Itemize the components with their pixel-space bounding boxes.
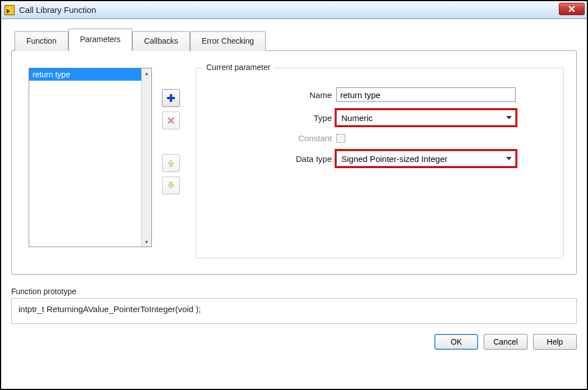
datatype-label: Data type	[207, 154, 336, 164]
chevron-down-icon	[506, 157, 512, 160]
param-button-column	[162, 89, 180, 194]
svg-rect-1	[167, 97, 175, 99]
type-value: Numeric	[341, 113, 373, 123]
datatype-value: Signed Pointer-sized Integer	[341, 154, 447, 164]
add-param-button[interactable]	[162, 89, 180, 107]
help-button[interactable]: Help	[533, 334, 577, 350]
ok-button[interactable]: OK	[434, 334, 478, 350]
constant-label: Constant	[207, 133, 336, 143]
name-field[interactable]	[336, 87, 516, 102]
close-button[interactable]	[559, 3, 585, 15]
move-up-button[interactable]	[162, 154, 180, 172]
constant-checkbox	[336, 134, 345, 143]
type-label: Type	[207, 113, 336, 123]
tab-callbacks[interactable]: Callbacks	[132, 31, 190, 51]
name-label: Name	[207, 90, 336, 100]
group-legend: Current parameter	[203, 63, 274, 72]
tab-error-checking[interactable]: Error Checking	[190, 31, 266, 51]
tab-parameters[interactable]: Parameters	[68, 29, 132, 51]
app-icon	[4, 5, 15, 15]
current-parameter-group: Current parameter Name Type Numeric	[196, 68, 564, 258]
plus-icon	[166, 94, 175, 103]
tab-panel-parameters: return type ▴ ▾	[11, 50, 577, 275]
list-item[interactable]: return type	[29, 68, 141, 81]
function-prototype-group: Function prototype intptr_t ReturningAVa…	[11, 287, 577, 324]
delete-x-icon	[167, 117, 175, 124]
remove-param-button[interactable]	[162, 112, 180, 129]
close-icon	[568, 6, 575, 12]
dialog-button-row: OK Cancel Help	[11, 334, 577, 350]
arrow-down-icon	[167, 182, 175, 189]
parameter-listbox[interactable]: return type ▴ ▾	[29, 68, 152, 247]
type-combobox[interactable]: Numeric	[336, 110, 516, 126]
chevron-down-icon	[506, 116, 512, 119]
prototype-label: Function prototype	[11, 287, 577, 296]
datatype-combobox[interactable]: Signed Pointer-sized Integer	[336, 151, 516, 166]
tab-function[interactable]: Function	[15, 31, 68, 51]
title-bar: Call Library Function	[1, 1, 587, 19]
window-title: Call Library Function	[19, 5, 96, 15]
scroll-down-icon[interactable]: ▾	[145, 237, 148, 247]
client-area: Function Parameters Callbacks Error Chec…	[1, 19, 587, 357]
arrow-up-icon	[167, 159, 175, 167]
scroll-up-icon[interactable]: ▴	[145, 68, 148, 78]
prototype-text: intptr_t ReturningAValue_PointerToIntege…	[11, 298, 577, 324]
cancel-button[interactable]: Cancel	[484, 334, 527, 350]
listbox-scrollbar[interactable]: ▴ ▾	[141, 68, 151, 247]
move-down-button[interactable]	[162, 177, 180, 194]
tab-strip: Function Parameters Callbacks Error Chec…	[15, 28, 577, 50]
